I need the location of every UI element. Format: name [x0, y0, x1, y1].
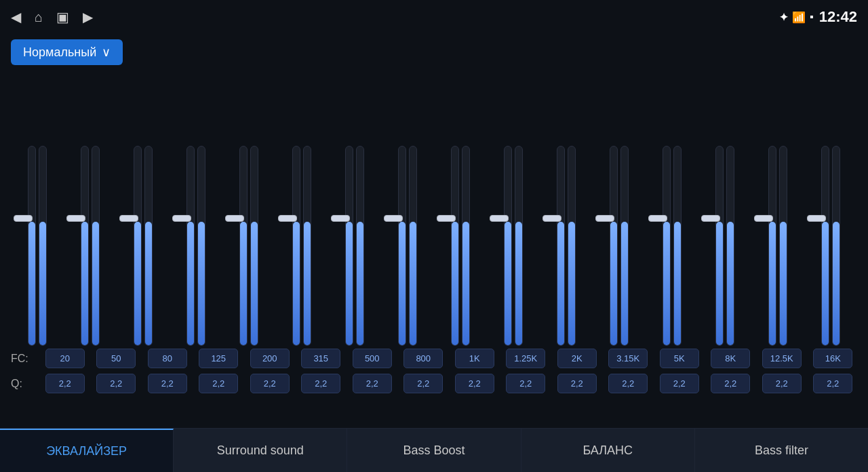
slider-track-10-1[interactable]	[568, 146, 576, 346]
window-icon[interactable]: ▣	[56, 9, 69, 25]
q-btn-12[interactable]: 2,2	[660, 374, 699, 393]
freq-btn-11[interactable]: 3.15K	[608, 349, 648, 368]
back-icon[interactable]: ◀	[11, 9, 21, 25]
tab-surround[interactable]: Surround sound	[174, 429, 347, 472]
slider-track-14-0[interactable]	[768, 146, 776, 346]
slider-thumb-11[interactable]	[595, 215, 614, 222]
freq-btn-9[interactable]: 1.25K	[506, 349, 545, 368]
q-btn-1[interactable]: 2,2	[96, 374, 136, 393]
freq-btn-3[interactable]: 125	[199, 349, 238, 368]
freq-btn-8[interactable]: 1K	[455, 349, 494, 368]
eq-area: FC: 2050801252003155008001K1.25K2K3.15K5…	[0, 71, 868, 396]
slider-thumb-0[interactable]	[14, 215, 33, 222]
slider-fill-0-0	[28, 222, 35, 345]
slider-track-3-1[interactable]	[197, 146, 205, 346]
slider-thumb-14[interactable]	[754, 215, 773, 222]
slider-track-5-1[interactable]	[303, 146, 311, 346]
q-btn-4[interactable]: 2,2	[250, 374, 290, 393]
slider-fill-6-0	[346, 222, 353, 345]
slider-thumb-13[interactable]	[701, 215, 720, 222]
freq-btn-0[interactable]: 20	[45, 349, 85, 368]
fc-row: FC: 2050801252003155008001K1.25K2K3.15K5…	[11, 349, 857, 368]
tab-bassfilter[interactable]: Bass filter	[695, 429, 868, 472]
tab-bassboost[interactable]: Bass Boost	[347, 429, 521, 472]
q-btn-3[interactable]: 2,2	[199, 374, 238, 393]
q-btn-10[interactable]: 2,2	[557, 374, 597, 393]
slider-thumb-6[interactable]	[331, 215, 350, 222]
slider-thumb-7[interactable]	[384, 215, 403, 222]
slider-track-9-0[interactable]	[504, 146, 512, 346]
slider-track-13-0[interactable]	[715, 146, 724, 346]
freq-btn-6[interactable]: 500	[353, 349, 392, 368]
slider-track-12-0[interactable]	[663, 146, 671, 346]
q-btn-7[interactable]: 2,2	[403, 374, 443, 393]
slider-track-4-0[interactable]	[239, 146, 248, 346]
slider-track-10-0[interactable]	[557, 146, 565, 346]
slider-track-9-1[interactable]	[515, 146, 523, 346]
slider-thumb-15[interactable]	[807, 215, 826, 222]
slider-track-15-0[interactable]	[821, 146, 829, 346]
slider-track-1-0[interactable]	[81, 146, 89, 346]
slider-thumb-8[interactable]	[437, 215, 456, 222]
slider-track-4-1[interactable]	[250, 146, 258, 346]
slider-track-0-0[interactable]	[28, 146, 36, 346]
q-btn-5[interactable]: 2,2	[301, 374, 340, 393]
freq-btn-12[interactable]: 5K	[660, 349, 699, 368]
slider-thumb-3[interactable]	[172, 215, 191, 222]
slider-fill-4-1	[251, 222, 258, 345]
slider-thumb-1[interactable]	[66, 215, 85, 222]
media-icon[interactable]: ▶	[83, 9, 93, 25]
slider-thumb-9[interactable]	[490, 215, 509, 222]
slider-track-11-0[interactable]	[610, 146, 618, 346]
freq-btn-7[interactable]: 800	[403, 349, 443, 368]
slider-track-15-1[interactable]	[832, 146, 840, 346]
slider-track-13-1[interactable]	[726, 146, 734, 346]
slider-thumb-5[interactable]	[278, 215, 297, 222]
slider-track-5-0[interactable]	[292, 146, 300, 346]
q-btn-13[interactable]: 2,2	[711, 374, 750, 393]
slider-track-8-0[interactable]	[451, 146, 459, 346]
freq-btn-4[interactable]: 200	[250, 349, 290, 368]
slider-fill-14-0	[769, 222, 776, 345]
q-btn-9[interactable]: 2,2	[506, 374, 545, 393]
q-btn-8[interactable]: 2,2	[455, 374, 494, 393]
q-btn-6[interactable]: 2,2	[353, 374, 392, 393]
q-btn-11[interactable]: 2,2	[608, 374, 648, 393]
slider-fill-15-1	[833, 222, 840, 345]
slider-track-7-1[interactable]	[409, 146, 417, 346]
tab-equalizer[interactable]: ЭКВАЛАЙЗЕР	[0, 429, 174, 472]
slider-track-0-1[interactable]	[39, 146, 47, 346]
freq-btn-10[interactable]: 2K	[557, 349, 597, 368]
freq-btn-1[interactable]: 50	[96, 349, 136, 368]
q-btn-0[interactable]: 2,2	[45, 374, 85, 393]
slider-track-11-1[interactable]	[620, 146, 629, 346]
freq-btn-5[interactable]: 315	[301, 349, 340, 368]
preset-button[interactable]: Нормальный ∨	[11, 39, 123, 65]
slider-col-11	[599, 146, 639, 346]
slider-track-7-0[interactable]	[398, 146, 406, 346]
slider-track-2-1[interactable]	[144, 146, 153, 346]
slider-track-14-1[interactable]	[779, 146, 787, 346]
q-btn-14[interactable]: 2,2	[762, 374, 802, 393]
slider-track-6-1[interactable]	[356, 146, 364, 346]
slider-track-6-0[interactable]	[345, 146, 353, 346]
freq-btn-13[interactable]: 8K	[711, 349, 750, 368]
slider-thumb-12[interactable]	[648, 215, 667, 222]
slider-thumb-10[interactable]	[542, 215, 561, 222]
slider-track-1-1[interactable]	[92, 146, 100, 346]
slider-track-3-0[interactable]	[186, 146, 195, 346]
slider-track-12-1[interactable]	[673, 146, 682, 346]
freq-btn-2[interactable]: 80	[148, 349, 187, 368]
home-icon[interactable]: ⌂	[35, 9, 43, 25]
freq-btn-15[interactable]: 16K	[813, 349, 852, 368]
slider-track-2-0[interactable]	[134, 146, 142, 346]
tab-balance[interactable]: БАЛАНС	[521, 429, 695, 472]
slider-col-1	[70, 146, 111, 346]
freq-btn-14[interactable]: 12.5K	[762, 349, 802, 368]
q-btn-2[interactable]: 2,2	[148, 374, 187, 393]
slider-thumb-2[interactable]	[119, 215, 138, 222]
connectivity-icons: ✦ 📶 ▪	[779, 11, 814, 24]
q-btn-15[interactable]: 2,2	[813, 374, 852, 393]
slider-thumb-4[interactable]	[225, 215, 244, 222]
slider-track-8-1[interactable]	[462, 146, 470, 346]
